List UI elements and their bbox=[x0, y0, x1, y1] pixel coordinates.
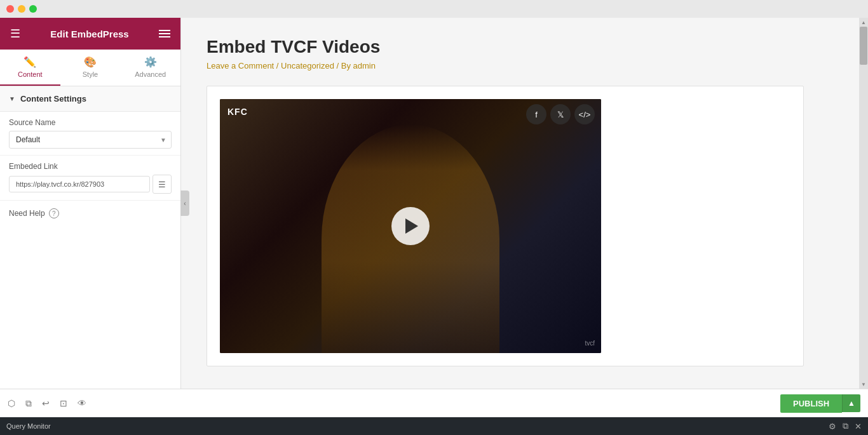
advanced-tab-icon: ⚙️ bbox=[144, 56, 157, 68]
sidebar-tabs: ✏️ Content 🎨 Style ⚙️ Advanced bbox=[0, 50, 180, 86]
post-title: Embed TVCF Videos bbox=[207, 37, 834, 57]
embedded-link-row: Embeded Link ☰ bbox=[0, 156, 180, 201]
video-background: KFC f 𝕏 </> tvcf bbox=[220, 99, 601, 353]
publish-group: PUBLISH ▲ bbox=[780, 394, 860, 413]
minimize-btn[interactable] bbox=[18, 5, 25, 13]
scrollbar-thumb[interactable] bbox=[860, 27, 867, 65]
qm-close-icon[interactable]: ✕ bbox=[855, 422, 862, 431]
tab-advanced[interactable]: ⚙️ Advanced bbox=[120, 50, 180, 86]
layers-icon[interactable]: ⬡ bbox=[8, 398, 15, 408]
need-help[interactable]: Need Help ? bbox=[0, 201, 180, 226]
sidebar-title: Edit EmbedPress bbox=[50, 29, 128, 39]
frame-icon[interactable]: ⊡ bbox=[60, 398, 67, 408]
embedded-link-label: Embeded Link bbox=[9, 162, 172, 171]
close-btn[interactable] bbox=[6, 5, 14, 13]
eye-icon[interactable]: 👁 bbox=[78, 398, 86, 408]
content-settings-header[interactable]: ▼ Content Settings bbox=[0, 86, 180, 112]
qm-expand-icon[interactable]: ⧉ bbox=[843, 421, 848, 431]
content-tab-label: Content bbox=[18, 70, 43, 78]
twitter-share-icon[interactable]: 𝕏 bbox=[550, 104, 571, 124]
bottom-left-icons: ⬡ ⧉ ↩ ⊡ 👁 bbox=[8, 398, 86, 409]
content-tab-icon: ✏️ bbox=[24, 56, 36, 68]
publish-button[interactable]: PUBLISH bbox=[780, 394, 842, 413]
main-layout: ☰ Edit EmbedPress ✏️ Content 🎨 Style ⚙️ … bbox=[0, 18, 868, 389]
content-area: Embed TVCF Videos Leave a Comment / Unca… bbox=[181, 18, 859, 389]
query-monitor-icons: ⚙ ⧉ ✕ bbox=[829, 421, 862, 431]
advanced-tab-label: Advanced bbox=[135, 70, 166, 78]
embedded-link-input-row: ☰ bbox=[9, 175, 172, 194]
post-meta: Leave a Comment / Uncategorized / By adm… bbox=[207, 61, 834, 70]
post-meta-link[interactable]: Leave a Comment / Uncategorized / By adm… bbox=[207, 61, 376, 70]
style-tab-icon: 🎨 bbox=[84, 56, 97, 68]
embedded-link-input[interactable] bbox=[9, 176, 150, 192]
scrollbar-track bbox=[859, 27, 868, 380]
video-social-icons: f 𝕏 </> bbox=[526, 104, 595, 124]
tab-content[interactable]: ✏️ Content bbox=[0, 50, 60, 86]
stack-icon[interactable]: ⧉ bbox=[25, 398, 32, 409]
play-button[interactable] bbox=[391, 207, 430, 245]
sidebar-collapse-handle[interactable]: ‹ bbox=[180, 191, 189, 216]
sidebar-menu-icon[interactable]: ☰ bbox=[10, 27, 20, 41]
right-scrollbar: ▲ ▼ bbox=[859, 18, 868, 389]
style-tab-label: Style bbox=[83, 70, 98, 78]
qm-settings-icon[interactable]: ⚙ bbox=[829, 422, 836, 431]
embed-link-icon-btn[interactable]: ☰ bbox=[153, 175, 172, 194]
titlebar bbox=[0, 0, 868, 18]
need-help-label: Need Help bbox=[9, 209, 45, 218]
publish-arrow-button[interactable]: ▲ bbox=[842, 394, 860, 412]
tab-style[interactable]: 🎨 Style bbox=[60, 50, 121, 86]
section-arrow-icon: ▼ bbox=[9, 95, 15, 102]
scroll-down-arrow[interactable]: ▼ bbox=[859, 380, 868, 389]
facebook-share-icon[interactable]: f bbox=[526, 104, 546, 124]
video-embed-container: KFC f 𝕏 </> tvcf bbox=[207, 86, 804, 366]
bottom-toolbar: ⬡ ⧉ ↩ ⊡ 👁 PUBLISH ▲ bbox=[0, 389, 868, 417]
undo-icon[interactable]: ↩ bbox=[42, 398, 50, 408]
embed-code-icon[interactable]: </> bbox=[574, 104, 595, 124]
source-name-label: Source Name bbox=[9, 118, 172, 127]
sidebar-header: ☰ Edit EmbedPress bbox=[0, 18, 180, 50]
sidebar: ☰ Edit EmbedPress ✏️ Content 🎨 Style ⚙️ … bbox=[0, 18, 181, 389]
maximize-btn[interactable] bbox=[29, 5, 37, 13]
scroll-up-arrow[interactable]: ▲ bbox=[859, 18, 868, 27]
video-wrapper: KFC f 𝕏 </> tvcf bbox=[220, 99, 601, 353]
query-monitor-bar: Query Monitor ⚙ ⧉ ✕ bbox=[0, 417, 868, 435]
query-monitor-label: Query Monitor bbox=[6, 422, 51, 430]
video-label: KFC bbox=[227, 107, 248, 117]
section-title: Content Settings bbox=[20, 94, 86, 104]
help-icon: ? bbox=[49, 208, 59, 218]
play-triangle-icon bbox=[405, 218, 418, 234]
source-name-row: Source Name Default ▼ bbox=[0, 112, 180, 156]
source-name-select-wrapper: Default ▼ bbox=[9, 131, 172, 149]
grid-icon[interactable] bbox=[159, 30, 170, 37]
source-name-select[interactable]: Default bbox=[9, 131, 172, 149]
settings-section: ▼ Content Settings Source Name Default ▼… bbox=[0, 86, 180, 389]
video-watermark: tvcf bbox=[585, 340, 595, 347]
